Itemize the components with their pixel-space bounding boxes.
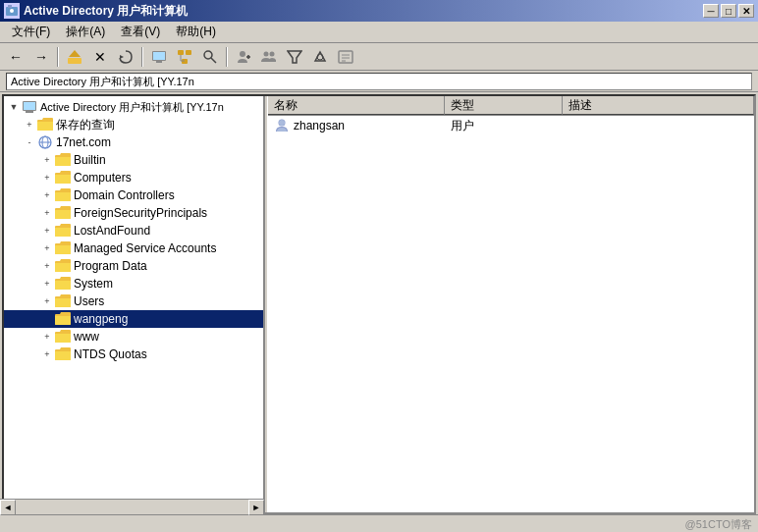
- fsp-folder-icon: [55, 205, 71, 221]
- tree-scrollbar-h[interactable]: ◄ ►: [0, 499, 264, 514]
- svg-rect-29: [26, 111, 33, 113]
- ntds-expander: +: [39, 346, 55, 362]
- tree-item-managed[interactable]: + Managed Service Accounts: [4, 239, 263, 257]
- column-header: 名称 类型 描述: [268, 96, 754, 116]
- window-controls: ─ □ ✕: [703, 4, 754, 18]
- tree-item-computers[interactable]: + Computers: [4, 169, 263, 186]
- tree-root[interactable]: ▼ Active Directory 用户和计算机 [YY.17n: [4, 98, 263, 116]
- tree-item-wangpeng[interactable]: wangpeng: [4, 310, 263, 328]
- wp-folder-icon: [55, 311, 71, 327]
- minimize-button[interactable]: ─: [703, 4, 719, 18]
- fsp-expander: +: [39, 205, 55, 221]
- person-icon: [274, 118, 290, 133]
- tree-pane[interactable]: ▼ Active Directory 用户和计算机 [YY.17n + 保存的查…: [4, 96, 264, 512]
- address-text: Active Directory 用户和计算机 [YY.17n: [6, 73, 752, 90]
- tree-item-system[interactable]: + System: [4, 275, 263, 293]
- laf-expander: +: [39, 223, 55, 239]
- forward-button[interactable]: →: [29, 46, 53, 68]
- msa-expander: +: [39, 240, 55, 256]
- computer-button[interactable]: [147, 46, 171, 68]
- menu-action[interactable]: 操作(A): [58, 22, 113, 42]
- list-item[interactable]: zhangsan 用户: [268, 116, 754, 135]
- maximize-button[interactable]: □: [721, 4, 736, 18]
- domain-label: 17net.com: [56, 135, 111, 149]
- tree-item-domain[interactable]: - 17net.com: [4, 133, 263, 151]
- svg-rect-1: [8, 5, 12, 8]
- add-group-button[interactable]: [257, 46, 281, 68]
- wp-label: wangpeng: [74, 312, 128, 326]
- col-header-desc[interactable]: 描述: [563, 96, 754, 115]
- tree-item-lostfound[interactable]: + LostAndFound: [4, 222, 263, 239]
- toolbar: ← → ✕: [0, 43, 758, 71]
- tree-item-domaincontrollers[interactable]: + Domain Controllers: [4, 186, 263, 204]
- users-folder-icon: [55, 293, 71, 309]
- tree-item-saved[interactable]: + 保存的查询: [4, 116, 263, 133]
- list-cell-type: 用户: [445, 118, 563, 134]
- ntds-folder-icon: [55, 346, 71, 362]
- tree-item-builtin[interactable]: + Builtin: [4, 151, 263, 169]
- refresh-button[interactable]: [114, 46, 137, 68]
- toolbar-sep2: [141, 47, 143, 67]
- msa-label: Managed Service Accounts: [74, 241, 216, 255]
- domain-icon: [37, 134, 53, 150]
- title-bar: Active Directory 用户和计算机 ─ □ ✕: [0, 0, 758, 22]
- computers-expander: +: [39, 170, 55, 186]
- col-header-name[interactable]: 名称: [268, 96, 445, 115]
- menu-view[interactable]: 查看(V): [113, 22, 168, 42]
- svg-marker-4: [69, 50, 81, 57]
- dc-label: Domain Controllers: [74, 188, 175, 202]
- stop-button[interactable]: ✕: [88, 46, 112, 68]
- menu-help[interactable]: 帮助(H): [168, 22, 224, 42]
- search-button[interactable]: [198, 46, 222, 68]
- up-button[interactable]: [63, 46, 86, 68]
- fsp-label: ForeignSecurityPrincipals: [74, 206, 207, 220]
- sys-label: System: [74, 277, 113, 291]
- pd-label: Program Data: [74, 259, 147, 273]
- svg-rect-28: [24, 102, 35, 110]
- www-folder-icon: [55, 329, 71, 345]
- col-header-type[interactable]: 类型: [445, 96, 563, 115]
- msa-folder-icon: [55, 240, 71, 256]
- builtin-folder-icon: [55, 152, 71, 168]
- svg-rect-8: [156, 61, 162, 63]
- properties-button[interactable]: [334, 46, 357, 68]
- svg-marker-5: [120, 55, 124, 59]
- wp-expander: [39, 311, 55, 327]
- laf-folder-icon: [55, 223, 71, 239]
- dc-expander: +: [39, 187, 55, 203]
- svg-line-15: [211, 58, 216, 63]
- watermark: @51CTO博客: [685, 517, 752, 532]
- tree-item-ntds[interactable]: + NTDS Quotas: [4, 346, 263, 363]
- add-user-button[interactable]: [232, 46, 255, 68]
- saved-label: 保存的查询: [56, 117, 115, 133]
- tree-item-www[interactable]: + www: [4, 328, 263, 346]
- zhangsan-type: 用户: [451, 118, 474, 134]
- tree-item-users[interactable]: + Users: [4, 293, 263, 310]
- builtin-label: Builtin: [74, 153, 106, 167]
- menu-file[interactable]: 文件(F): [4, 22, 58, 42]
- root-icon: [22, 98, 37, 117]
- window-title: Active Directory 用户和计算机: [24, 3, 188, 20]
- right-pane: 名称 类型 描述 zhangsan 用户: [268, 96, 754, 512]
- tree-item-foreignsecurity[interactable]: + ForeignSecurityPrincipals: [4, 204, 263, 222]
- back-button[interactable]: ←: [4, 46, 27, 68]
- delegate-button[interactable]: [308, 46, 332, 68]
- scroll-left-button[interactable]: ◄: [0, 500, 16, 515]
- menu-bar: 文件(F) 操作(A) 查看(V) 帮助(H): [0, 22, 758, 43]
- tree-view-button[interactable]: [173, 46, 196, 68]
- root-expander: ▼: [6, 99, 22, 115]
- ntds-label: NTDS Quotas: [74, 347, 147, 361]
- scroll-right-button[interactable]: ►: [248, 500, 264, 515]
- saved-folder-icon: [37, 117, 53, 133]
- pd-expander: +: [39, 258, 55, 274]
- svg-rect-10: [186, 50, 191, 55]
- users-label: Users: [74, 294, 104, 308]
- saved-expander: +: [22, 117, 37, 133]
- main-area: ▼ Active Directory 用户和计算机 [YY.17n + 保存的查…: [2, 94, 756, 514]
- sys-expander: +: [39, 276, 55, 292]
- pd-folder-icon: [55, 258, 71, 274]
- tree-item-programdata[interactable]: + Program Data: [4, 257, 263, 275]
- svg-rect-9: [178, 50, 184, 55]
- close-button[interactable]: ✕: [738, 4, 754, 18]
- filter-button[interactable]: [283, 46, 306, 68]
